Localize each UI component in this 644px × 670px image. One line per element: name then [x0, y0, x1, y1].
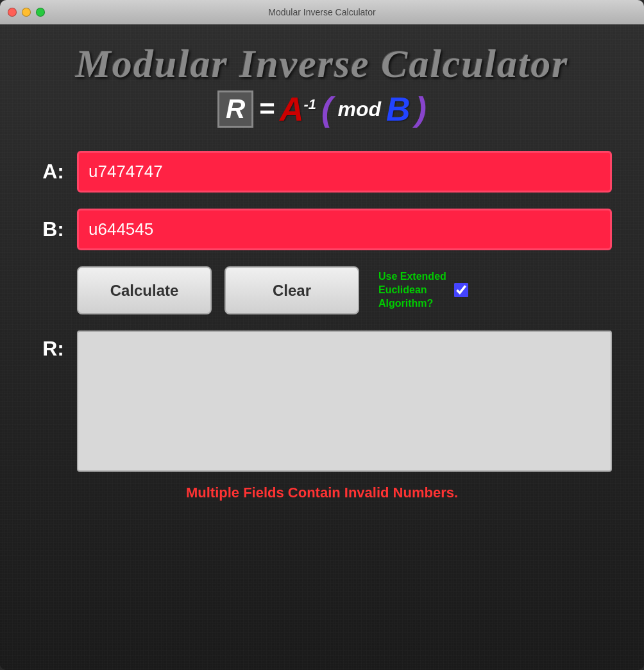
- formula-mod: mod: [337, 98, 381, 121]
- buttons-row: Calculate Clear Use ExtendedEuclideanAlg…: [32, 266, 612, 314]
- formula-a: A-1: [280, 90, 316, 128]
- minimize-button[interactable]: [22, 8, 31, 17]
- titlebar-buttons: [8, 8, 45, 17]
- window-title: Modular Inverse Calculator: [268, 7, 375, 17]
- maximize-button[interactable]: [36, 8, 45, 17]
- titlebar: Modular Inverse Calculator: [0, 0, 644, 24]
- calculate-button[interactable]: Calculate: [77, 266, 212, 314]
- label-a: A:: [32, 160, 64, 184]
- input-a[interactable]: [77, 151, 612, 193]
- input-b[interactable]: [77, 209, 612, 250]
- formula-close-paren: ): [416, 90, 427, 128]
- formula-r: R: [217, 90, 253, 128]
- clear-button[interactable]: Clear: [225, 266, 359, 314]
- result-textarea[interactable]: [77, 331, 612, 472]
- input-a-row: A:: [32, 151, 612, 193]
- app-title: Modular Inverse Calculator: [76, 44, 569, 83]
- extended-euclidean-checkbox[interactable]: [454, 283, 468, 297]
- input-b-row: B:: [32, 209, 612, 250]
- formula-equals: =: [258, 94, 275, 125]
- result-row: R:: [32, 331, 612, 472]
- formula: R = A-1 ( mod B ): [217, 90, 427, 128]
- close-button[interactable]: [8, 8, 17, 17]
- formula-open-paren: (: [321, 90, 332, 128]
- label-b: B:: [32, 218, 64, 241]
- label-r: R:: [32, 331, 64, 361]
- checkbox-area: Use ExtendedEuclideanAlgorithm?: [378, 270, 468, 310]
- main-content: Modular Inverse Calculator R = A-1 ( mod…: [0, 24, 644, 670]
- checkbox-label: Use ExtendedEuclideanAlgorithm?: [378, 270, 446, 310]
- formula-b: B: [386, 90, 411, 128]
- window: Modular Inverse Calculator Modular Inver…: [0, 0, 644, 670]
- error-message: Multiple Fields Contain Invalid Numbers.: [32, 485, 612, 501]
